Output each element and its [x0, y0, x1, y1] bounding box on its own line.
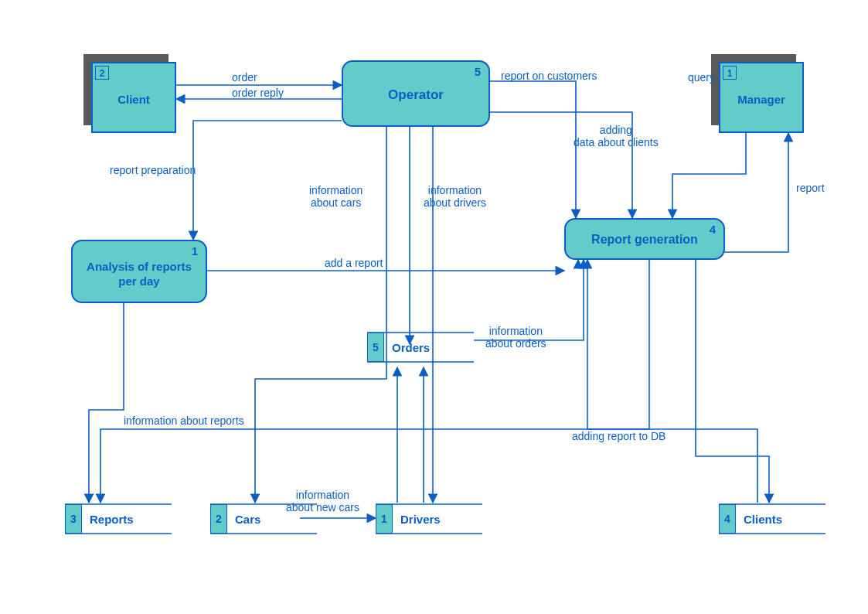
- edge-query: query: [688, 71, 715, 84]
- datastore-clients: 4 Clients: [719, 504, 825, 534]
- edge-adding-report-db: adding report to DB: [572, 430, 665, 442]
- edge-info-orders: information about orders: [485, 325, 546, 350]
- process-report-generation: 4 Report generation: [564, 218, 725, 260]
- edge-info-new-cars: information about new cars: [286, 489, 359, 513]
- datastore-drivers: 1 Drivers: [376, 504, 482, 534]
- datastore-orders: 5 Orders: [367, 333, 474, 362]
- edge-add-a-report: add a report: [325, 257, 383, 269]
- datastore-reports: 3 Reports: [65, 504, 172, 534]
- edge-info-cars: information about cars: [309, 184, 363, 209]
- edge-order-reply: order reply: [232, 87, 284, 99]
- edge-info-drivers: information about drivers: [424, 184, 486, 209]
- edge-report-on-customers: report on customers: [501, 70, 597, 82]
- process-analysis: 1 Analysis of reports per day: [71, 240, 207, 303]
- edge-report-prep: report preparation: [110, 164, 196, 176]
- edge-adding-clients: adding data about clients: [574, 124, 659, 148]
- external-manager: 1 Manager: [719, 62, 804, 133]
- edge-report: report: [796, 182, 825, 194]
- external-client: 2 Client: [91, 62, 176, 133]
- process-operator: 5 Operator: [342, 60, 490, 127]
- edge-order: order: [232, 71, 257, 84]
- edge-info-reports: information about reports: [124, 414, 244, 427]
